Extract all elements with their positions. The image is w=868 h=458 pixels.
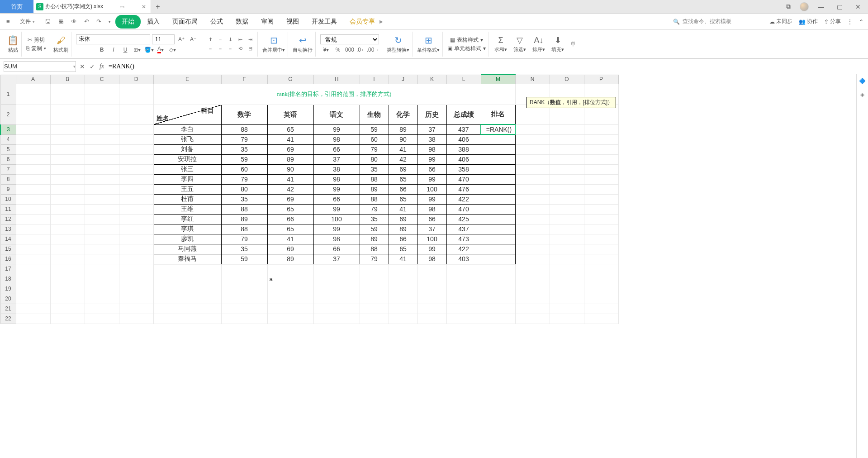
cell[interactable] bbox=[313, 314, 360, 324]
data-cell[interactable]: 422 bbox=[446, 194, 481, 204]
restore-file-tab-icon[interactable]: ▭ bbox=[119, 4, 125, 10]
col-header-J[interactable]: J bbox=[389, 75, 417, 84]
data-cell[interactable]: 66 bbox=[417, 164, 446, 174]
cell[interactable] bbox=[85, 144, 119, 154]
data-cell[interactable]: 89 bbox=[389, 124, 417, 134]
cell[interactable] bbox=[85, 194, 119, 204]
merge-icon[interactable]: ⊡ bbox=[270, 35, 278, 46]
cell[interactable] bbox=[119, 134, 153, 144]
data-cell[interactable] bbox=[481, 184, 515, 194]
cell[interactable] bbox=[515, 224, 550, 234]
home-tab[interactable]: 首页 bbox=[0, 0, 33, 13]
data-cell[interactable]: 66 bbox=[313, 244, 360, 254]
cell[interactable] bbox=[50, 204, 85, 214]
data-cell[interactable]: 98 bbox=[417, 204, 446, 214]
data-cell[interactable]: 79 bbox=[360, 254, 389, 264]
border-button[interactable]: ⊞▾ bbox=[132, 45, 142, 54]
cell[interactable] bbox=[515, 314, 550, 324]
align-top-icon[interactable]: ⬆ bbox=[206, 36, 215, 43]
cell[interactable] bbox=[119, 234, 153, 244]
cell[interactable] bbox=[50, 234, 85, 244]
cell[interactable] bbox=[584, 274, 618, 284]
cell[interactable] bbox=[515, 234, 550, 244]
cell[interactable] bbox=[584, 184, 618, 194]
cell[interactable] bbox=[584, 164, 618, 174]
data-cell[interactable]: 59 bbox=[360, 224, 389, 234]
cell[interactable] bbox=[16, 124, 50, 134]
cell[interactable] bbox=[16, 134, 50, 144]
distribute-icon[interactable]: ⊟ bbox=[246, 45, 255, 52]
cell[interactable] bbox=[584, 154, 618, 164]
cell[interactable] bbox=[446, 274, 481, 284]
cell[interactable] bbox=[85, 105, 119, 124]
redo-icon[interactable]: ↷ bbox=[95, 17, 103, 26]
cell[interactable] bbox=[313, 264, 360, 274]
data-cell[interactable]: 60 bbox=[221, 164, 267, 174]
cell[interactable] bbox=[85, 264, 119, 274]
cell[interactable] bbox=[550, 194, 584, 204]
cell[interactable] bbox=[85, 284, 119, 294]
align-right-icon[interactable]: ≡ bbox=[226, 45, 235, 52]
cell[interactable] bbox=[550, 284, 584, 294]
cell[interactable] bbox=[389, 264, 417, 274]
cell[interactable] bbox=[584, 234, 618, 244]
row-header-15[interactable]: 15 bbox=[0, 244, 16, 254]
cell[interactable] bbox=[481, 264, 515, 274]
cell[interactable] bbox=[584, 244, 618, 254]
active-cell[interactable]: =RANK() bbox=[481, 124, 515, 134]
cell[interactable] bbox=[584, 264, 618, 274]
row-header-11[interactable]: 11 bbox=[0, 204, 16, 214]
data-cell[interactable]: 李白 bbox=[153, 124, 221, 134]
cell[interactable] bbox=[85, 304, 119, 314]
align-bottom-icon[interactable]: ⬇ bbox=[226, 36, 235, 43]
cell[interactable] bbox=[550, 274, 584, 284]
cell[interactable] bbox=[550, 124, 584, 134]
data-cell[interactable] bbox=[481, 194, 515, 204]
row-header-16[interactable]: 16 bbox=[0, 254, 16, 264]
cell[interactable] bbox=[515, 244, 550, 254]
menu-tab-5[interactable]: 审阅 bbox=[255, 15, 280, 29]
cell[interactable] bbox=[16, 304, 50, 314]
data-cell[interactable]: 刘备 bbox=[153, 144, 221, 154]
data-cell[interactable]: 35 bbox=[360, 164, 389, 174]
cell[interactable] bbox=[515, 204, 550, 214]
data-cell[interactable] bbox=[481, 254, 515, 264]
cell[interactable] bbox=[446, 264, 481, 274]
data-cell[interactable]: 99 bbox=[313, 184, 360, 194]
collapse-ribbon-icon[interactable]: ⌃ bbox=[859, 19, 863, 25]
cell[interactable] bbox=[481, 284, 515, 294]
data-cell[interactable]: 66 bbox=[417, 214, 446, 224]
sum-button[interactable]: Σ求和▾ bbox=[494, 36, 507, 53]
data-cell[interactable] bbox=[481, 224, 515, 234]
col-header-D[interactable]: D bbox=[119, 75, 153, 84]
cell[interactable] bbox=[50, 184, 85, 194]
col-header-F[interactable]: F bbox=[221, 75, 267, 84]
cell[interactable] bbox=[267, 314, 313, 324]
data-cell[interactable] bbox=[481, 134, 515, 144]
row-header-8[interactable]: 8 bbox=[0, 174, 16, 184]
undo-icon[interactable]: ↶ bbox=[82, 17, 91, 26]
cell[interactable] bbox=[267, 264, 313, 274]
cell[interactable] bbox=[119, 224, 153, 234]
data-cell[interactable]: 35 bbox=[221, 194, 267, 204]
cell[interactable] bbox=[50, 214, 85, 224]
cell[interactable] bbox=[550, 294, 584, 304]
menu-tab-8[interactable]: 会员专享 bbox=[343, 15, 381, 29]
cell[interactable] bbox=[515, 254, 550, 264]
align-left-icon[interactable]: ≡ bbox=[206, 45, 215, 52]
formula-input[interactable] bbox=[108, 62, 864, 71]
cell[interactable] bbox=[16, 284, 50, 294]
data-cell[interactable]: 90 bbox=[267, 164, 313, 174]
data-cell[interactable]: 79 bbox=[221, 174, 267, 184]
cell[interactable] bbox=[50, 105, 85, 124]
cell[interactable] bbox=[85, 154, 119, 164]
data-cell[interactable]: 66 bbox=[313, 144, 360, 154]
data-cell[interactable]: 69 bbox=[267, 194, 313, 204]
font-family-select[interactable] bbox=[76, 34, 150, 44]
cell[interactable] bbox=[50, 194, 85, 204]
data-cell[interactable]: 79 bbox=[360, 144, 389, 154]
cell[interactable] bbox=[153, 304, 221, 314]
cell[interactable] bbox=[584, 284, 618, 294]
col-header-H[interactable]: H bbox=[313, 75, 360, 84]
data-cell[interactable]: 65 bbox=[389, 244, 417, 254]
